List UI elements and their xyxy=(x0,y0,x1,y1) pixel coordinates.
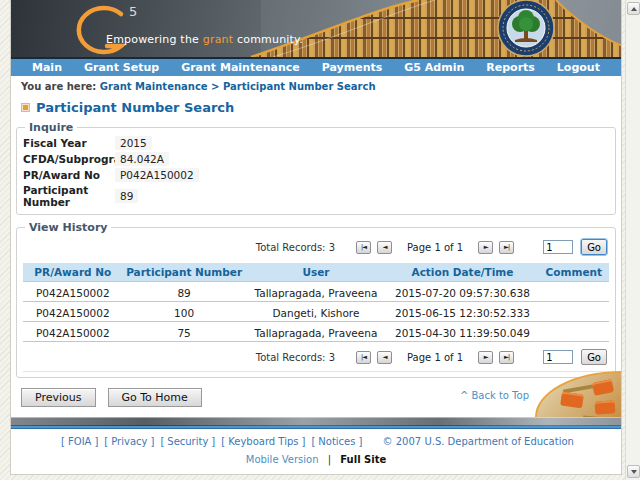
bullet-icon xyxy=(21,103,30,112)
field-value: P042A150002 xyxy=(115,168,199,182)
mobile-version-link[interactable]: Mobile Version xyxy=(246,454,319,465)
history-table: PR/Award NoParticipant NumberUserAction … xyxy=(23,260,609,345)
table-cell: Dangeti, Kishore xyxy=(246,305,387,322)
nav-item-grant-maintenance[interactable]: Grant Maintenance xyxy=(170,61,311,74)
footer: [FOIA][Privacy][Security][Keyboard Tips]… xyxy=(11,429,621,465)
bracket: [ xyxy=(221,436,225,447)
inquire-row-cfda-subprogram: CFDA/Subprogram84.042A xyxy=(23,151,609,167)
pagination-top: Total Records: 3 |◄ ◄ Page 1 of 1 ► ►| G… xyxy=(23,235,609,259)
breadcrumb: You are here: Grant Maintenance > Partic… xyxy=(11,76,621,94)
nav-item-logout[interactable]: Logout xyxy=(546,61,611,74)
bracket: [ xyxy=(61,436,65,447)
prev-page-button[interactable]: ◄ xyxy=(377,241,392,254)
page-number-input[interactable] xyxy=(543,240,573,254)
inquire-row-pr-award-no: PR/Award NoP042A150002 xyxy=(23,167,609,183)
nav-item-reports[interactable]: Reports xyxy=(475,61,546,74)
nav-bar: MainGrant SetupGrant MaintenancePayments… xyxy=(11,57,621,76)
table-cell: 2015-06-15 12:30:52.333 xyxy=(386,305,538,322)
banner: 5 Empowering the grant community. xyxy=(11,0,621,57)
bracket: ] xyxy=(150,436,154,447)
table-cell: P042A150002 xyxy=(23,285,123,302)
inquire-row-participant-number: Participant Number89 xyxy=(23,183,609,209)
history-table-body: P042A15000289Tallapragada, Praveena2015-… xyxy=(23,285,609,342)
bracket: ] xyxy=(302,436,306,447)
column-header-comment[interactable]: Comment xyxy=(539,263,609,282)
arrow-up-icon xyxy=(631,7,637,11)
bracket: [ xyxy=(311,436,315,447)
inquire-fields: Fiscal Year2015CFDA/Subprogram84.042APR/… xyxy=(23,135,609,209)
field-label: Fiscal Year xyxy=(23,137,115,149)
table-cell: P042A150002 xyxy=(23,305,123,322)
first-page-button[interactable]: |◄ xyxy=(356,241,371,254)
full-site-label: Full Site xyxy=(340,454,386,465)
chair-shape xyxy=(560,392,584,409)
bracket: ] xyxy=(358,436,362,447)
back-to-top-link[interactable]: ^ Back to Top xyxy=(460,390,529,401)
field-value: 2015 xyxy=(115,136,152,150)
view-history-legend: View History xyxy=(25,221,111,234)
table-cell: 2015-07-20 09:57:30.638 xyxy=(386,285,538,302)
go-button[interactable]: Go xyxy=(581,239,607,255)
dept-education-seal xyxy=(498,0,554,56)
next-page-button[interactable]: ► xyxy=(478,241,493,254)
footer-separator: | xyxy=(328,454,331,465)
title-row: Participant Number Search xyxy=(11,94,621,118)
table-cell: 75 xyxy=(123,325,246,342)
footer-link-foia[interactable]: FOIA xyxy=(68,436,91,447)
copyright-text: © 2007 U.S. Department of Education xyxy=(383,436,574,447)
classroom-photo xyxy=(535,371,621,417)
last-page-button[interactable]: ►| xyxy=(499,241,514,254)
chair-shape xyxy=(592,379,614,396)
inquire-section: Inquire Fiscal Year2015CFDA/Subprogram84… xyxy=(16,121,616,215)
total-records: Total Records: 3 xyxy=(256,242,335,253)
bracket: ] xyxy=(211,436,215,447)
column-header-action-date-time[interactable]: Action Date/Time xyxy=(386,263,538,282)
page-title: Participant Number Search xyxy=(36,100,234,115)
column-header-participant-number[interactable]: Participant Number xyxy=(123,263,246,282)
table-cell: P042A150002 xyxy=(23,325,123,342)
nav-item-main[interactable]: Main xyxy=(21,61,73,74)
table-row: P042A15000289Tallapragada, Praveena2015-… xyxy=(23,285,609,302)
footer-link-keyboard-tips[interactable]: Keyboard Tips xyxy=(228,436,298,447)
g5-logo-five: 5 xyxy=(129,4,137,19)
table-cell xyxy=(539,325,609,342)
chair-shape xyxy=(595,400,616,414)
field-value: 89 xyxy=(115,189,138,203)
nav-item-payments[interactable]: Payments xyxy=(311,61,394,74)
footer-link-security[interactable]: Security xyxy=(167,436,208,447)
table-row: P042A150002100Dangeti, Kishore2015-06-15… xyxy=(23,305,609,322)
tagline-grant-word: grant xyxy=(203,33,234,46)
table-cell xyxy=(539,285,609,302)
inquire-row-fiscal-year: Fiscal Year2015 xyxy=(23,135,609,151)
banner-tagline: Empowering the grant community. xyxy=(106,33,303,46)
nav-item-g5-admin[interactable]: G5 Admin xyxy=(393,61,475,74)
breadcrumb-prefix: You are here: xyxy=(21,81,100,92)
column-header-user[interactable]: User xyxy=(246,263,387,282)
silver-bar xyxy=(11,417,621,426)
scroll-down-button[interactable] xyxy=(627,465,640,478)
pre-footer: ^ Back to Top xyxy=(11,355,621,417)
scrollbar[interactable] xyxy=(625,0,640,480)
footer-link-privacy[interactable]: Privacy xyxy=(111,436,147,447)
table-cell: 2015-04-30 11:39:50.049 xyxy=(386,325,538,342)
content-window: 5 Empowering the grant community. MainGr… xyxy=(10,0,622,475)
breadcrumb-path[interactable]: Grant Maintenance > Participant Number S… xyxy=(100,81,376,92)
table-cell: Tallapragada, Praveena xyxy=(246,285,387,302)
footer-links: [FOIA][Privacy][Security][Keyboard Tips]… xyxy=(58,436,365,447)
bracket: ] xyxy=(94,436,98,447)
column-header-pr-award-no[interactable]: PR/Award No xyxy=(23,263,123,282)
history-table-header-row: PR/Award NoParticipant NumberUserAction … xyxy=(23,263,609,282)
table-cell xyxy=(539,305,609,322)
field-label: Participant Number xyxy=(23,184,115,208)
field-label: CFDA/Subprogram xyxy=(23,153,115,165)
table-cell: 89 xyxy=(123,285,246,302)
bracket: [ xyxy=(160,436,164,447)
arrow-down-icon xyxy=(631,470,637,474)
nav-item-grant-setup[interactable]: Grant Setup xyxy=(73,61,170,74)
field-label: PR/Award No xyxy=(23,169,115,181)
bracket: [ xyxy=(104,436,108,447)
footer-link-notices[interactable]: Notices xyxy=(318,436,355,447)
field-value: 84.042A xyxy=(115,152,169,166)
scroll-up-button[interactable] xyxy=(627,2,640,15)
inquire-legend: Inquire xyxy=(25,121,77,134)
